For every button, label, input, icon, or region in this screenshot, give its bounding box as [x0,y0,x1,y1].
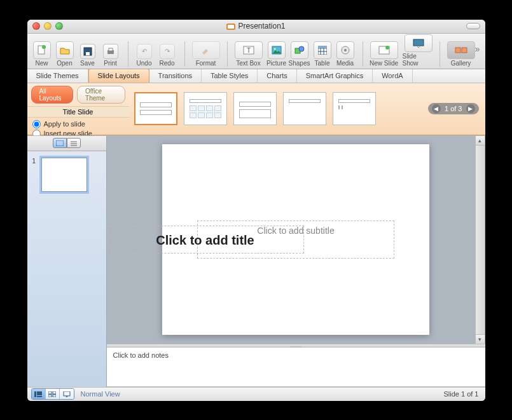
svg-point-11 [299,46,304,51]
scroll-up-icon[interactable]: ▴ [476,136,485,146]
svg-point-1 [42,45,46,49]
chip-office-theme[interactable]: Office Theme [77,86,125,104]
svg-rect-27 [48,395,52,397]
title-placeholder[interactable]: Click to add title [107,226,304,254]
slide-number-label: 1 [32,158,38,192]
svg-point-15 [344,49,347,51]
toolbar-toggle-icon[interactable] [466,23,480,29]
slide-count-label: Slide 1 of 1 [443,390,478,398]
radio-apply-input[interactable] [32,120,41,128]
pager-label: 1 of 3 [445,105,462,112]
new-button[interactable]: New [31,41,53,67]
tab-slide-themes[interactable]: Slide Themes [27,69,88,83]
picture-label: Picture [266,60,286,67]
pager-prev-icon[interactable]: ◀ [432,104,441,113]
radio-apply-to-slide[interactable]: Apply to slide [32,120,124,128]
svg-rect-28 [53,395,56,397]
pane-view-switcher [27,136,106,151]
scroll-down-icon[interactable]: ▾ [476,334,485,344]
textbox-label: Text Box [236,60,260,67]
tab-charts[interactable]: Charts [258,69,296,83]
layout-options-panel: All Layouts Office Theme Title Slide App… [27,83,129,135]
tab-table-styles[interactable]: Table Styles [202,69,258,83]
slideshow-label: Slide Show [403,53,434,67]
slide-panel: 1 [27,136,107,387]
redo-button[interactable]: ↷Redo [156,44,178,67]
slide-stage: Click to add title Click to add subtitle… [107,136,485,344]
picture-button[interactable]: Picture [266,41,287,67]
svg-rect-26 [53,391,56,394]
slideshow-button[interactable]: Slide Show [403,34,434,67]
app-window: Presentation1 New Open Save Print ↶Undo … [27,20,485,401]
layout-thumb-section-header[interactable] [233,92,277,125]
ribbon-panel: All Layouts Office Theme Title Slide App… [27,83,485,135]
save-button[interactable]: Save [77,44,99,67]
outline-view-icon[interactable] [67,138,81,148]
layout-thumb-two-content-grid[interactable] [283,92,326,125]
window-title-text: Presentation1 [238,22,285,30]
layout-gallery: ◀ 1 of 3 ▶ [129,83,485,135]
shapes-button[interactable]: Shapes [289,41,310,67]
tab-wordart[interactable]: WordA [373,69,412,83]
format-button[interactable]: Format [190,41,222,67]
svg-rect-13 [318,46,327,48]
normal-view-icon[interactable] [32,389,46,399]
undo-button[interactable]: ↶Undo [134,44,155,67]
titlebar: Presentation1 [27,20,485,34]
gallery-label: Gallery [451,60,471,67]
slide-thumbnail-1[interactable]: 1 [32,158,101,192]
app-icon [226,24,235,30]
svg-rect-21 [56,140,64,146]
svg-rect-25 [48,391,52,394]
redo-label: Redo [160,60,175,67]
media-label: Media [336,60,354,67]
layout-thumb-title-slide[interactable] [134,92,177,125]
newslide-label: New Slide [370,60,398,67]
layout-pager: ◀ 1 of 3 ▶ [428,103,479,114]
table-label: Table [315,60,330,67]
print-label: Print [104,60,117,67]
notes-pane[interactable]: Click to add notes [107,348,485,387]
canvas-area: Click to add title Click to add subtitle… [107,136,485,387]
svg-rect-22 [34,391,36,397]
gallery-button[interactable]: Gallery [445,41,477,67]
newslide-button[interactable]: New Slide [368,41,400,67]
svg-rect-5 [109,48,113,51]
notes-placeholder: Click to add notes [113,351,169,359]
tab-transitions[interactable]: Transitions [149,69,202,83]
layout-thumb-picture-grid[interactable] [184,92,227,125]
svg-rect-23 [37,391,42,395]
vertical-scrollbar[interactable]: ▴ ▾ [475,136,485,344]
undo-label: Undo [137,60,152,67]
sorter-view-icon[interactable] [46,389,60,399]
format-label: Format [196,60,216,67]
status-bar: Normal View Slide 1 of 1 [27,387,485,401]
svg-rect-18 [413,39,424,46]
view-name-label: Normal View [81,390,120,398]
thumbnails-view-icon[interactable] [53,138,67,148]
table-button[interactable]: Table [312,41,333,67]
chip-all-layouts[interactable]: All Layouts [31,86,74,104]
view-buttons [31,388,74,400]
svg-rect-20 [462,48,467,53]
print-button[interactable]: Print [100,44,121,67]
window-title: Presentation1 [27,22,485,30]
shapes-label: Shapes [289,60,310,67]
media-button[interactable]: Media [335,41,356,67]
slideshow-view-icon[interactable] [60,389,74,399]
open-button[interactable]: Open [54,41,76,67]
tab-slide-layouts[interactable]: Slide Layouts [88,69,149,83]
new-label: New [35,60,48,67]
svg-point-17 [385,46,389,50]
current-slide[interactable]: Click to add title Click to add subtitle [162,144,429,335]
pager-next-icon[interactable]: ▶ [466,104,475,113]
tab-smartart[interactable]: SmartArt Graphics [297,69,373,83]
svg-point-9 [273,48,275,50]
overflow-icon[interactable]: » [475,44,480,54]
textbox-button[interactable]: TText Box [233,41,265,67]
svg-text:T: T [246,47,250,54]
slide-thumbnail-frame [41,158,87,192]
layout-thumb-comparison[interactable] [333,92,376,125]
svg-rect-19 [455,48,460,53]
layout-name-label: Title Slide [27,106,129,118]
